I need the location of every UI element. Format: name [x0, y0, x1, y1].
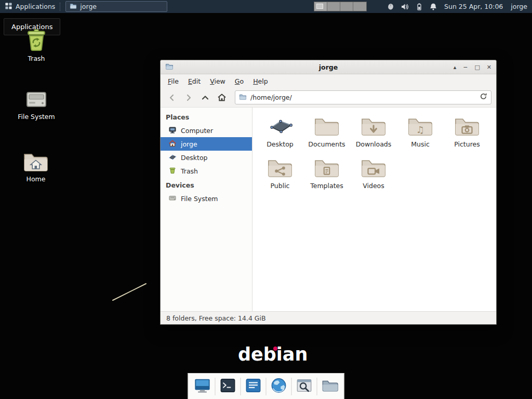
videos-folder-icon [360, 156, 387, 178]
battery-icon[interactable] [415, 3, 423, 11]
sidebar-item-computer[interactable]: Computer [161, 124, 252, 137]
folder-item-templates[interactable]: Templates [304, 156, 350, 190]
panel-separator [60, 3, 63, 11]
menu-edit[interactable]: Edit [183, 76, 205, 87]
sidebar-item-jorge[interactable]: jorge [161, 137, 252, 151]
applications-menu-button[interactable]: Applications [0, 0, 60, 13]
folder-item-documents[interactable]: Documents [304, 115, 350, 148]
close-button[interactable]: ✕ [487, 60, 491, 74]
file-manager-window: jorge ▴ − □ ✕ File Edit View Go Help [160, 60, 497, 325]
shade-button[interactable]: ▴ [454, 60, 457, 74]
desktop-icon-trash[interactable]: Trash [13, 28, 60, 62]
desktop: Applications jorge [0, 0, 532, 399]
debian-logo-dot [273, 347, 277, 351]
terminal-launcher[interactable] [217, 375, 240, 398]
home-button[interactable] [215, 91, 229, 104]
menu-view[interactable]: View [205, 76, 230, 87]
window-title: jorge [161, 63, 496, 71]
desktop-icon-file-system[interactable]: File System [13, 88, 60, 121]
sidebar-item-desktop[interactable]: Desktop [161, 151, 252, 164]
workspace-3[interactable] [340, 2, 353, 11]
pictures-folder-icon [454, 115, 481, 137]
menu-help[interactable]: Help [248, 76, 273, 87]
folder-item-downloads[interactable]: Downloads [351, 115, 396, 148]
workspace-1[interactable] [314, 2, 327, 11]
workspace-2[interactable] [327, 2, 340, 11]
notification-bell-icon[interactable] [429, 3, 437, 11]
documents-folder-icon [313, 115, 340, 137]
location-bar[interactable] [235, 90, 491, 104]
status-text: 8 folders, Free space: 14.4 GiB [166, 314, 266, 322]
trash-icon [13, 28, 60, 52]
sidebar-item-label: jorge [181, 140, 197, 148]
folder-item-music[interactable]: ♫ Music [397, 115, 443, 148]
panel-clock[interactable]: Sun 25 Apr, 10:06 [444, 3, 503, 10]
menu-go[interactable]: Go [230, 76, 248, 87]
minimize-button[interactable]: − [463, 60, 468, 74]
file-manager-launcher[interactable] [318, 375, 341, 398]
folder-grid: Desktop Documents [252, 108, 496, 190]
folder-label: Documents [308, 140, 345, 148]
back-button[interactable] [165, 91, 179, 104]
desktop-icon-label: Home [12, 175, 59, 183]
dock-separator [266, 378, 267, 395]
text-editor-launcher[interactable] [242, 375, 265, 398]
folder-label: Public [271, 182, 290, 190]
desktop-icon-label: File System [13, 113, 60, 121]
top-panel: Applications jorge [0, 0, 532, 13]
applications-icon [5, 2, 12, 11]
workspace-window-thumb [316, 4, 323, 9]
desktop-launcher[interactable] [191, 375, 214, 398]
volume-icon[interactable] [401, 3, 409, 11]
folder-item-videos[interactable]: Videos [351, 156, 396, 190]
places-header: Places [161, 110, 252, 124]
sidebar-item-file-system[interactable]: File System [161, 192, 252, 205]
folder-item-desktop[interactable]: Desktop [257, 115, 303, 148]
titlebar[interactable]: jorge ▴ − □ ✕ [161, 60, 496, 74]
dock-separator [317, 378, 317, 395]
folder-view[interactable]: Desktop Documents [252, 108, 496, 311]
trash-mini-icon [168, 166, 177, 176]
debian-logo: debian [238, 344, 308, 365]
devices-header: Devices [161, 178, 252, 192]
desktop-folder-icon [267, 115, 294, 137]
forward-button[interactable] [182, 91, 195, 104]
system-tray [387, 3, 437, 11]
taskbar-window-label: jorge [80, 3, 97, 10]
mouse-tray-icon[interactable] [387, 3, 395, 11]
reload-icon[interactable] [480, 92, 487, 102]
dock-separator [241, 378, 241, 395]
sidebar-item-label: Computer [181, 127, 213, 135]
drive-mini-icon [168, 194, 177, 204]
debian-logo-text: debian [238, 344, 308, 365]
workspace-4[interactable] [353, 2, 366, 11]
maximize-button[interactable]: □ [474, 60, 480, 74]
folder-label: Pictures [454, 140, 480, 148]
desktop-icon-label: Trash [13, 55, 60, 62]
text-editor-launcher-icon [245, 377, 262, 396]
app-finder-launcher[interactable] [293, 375, 316, 398]
dock-separator [291, 378, 292, 395]
sidebar-item-label: File System [181, 195, 218, 203]
window-body: Places Computer jorge [161, 108, 496, 311]
location-input[interactable] [250, 94, 476, 101]
sidebar-item-label: Trash [181, 167, 198, 175]
templates-folder-icon [313, 156, 340, 178]
web-browser-launcher[interactable] [268, 375, 290, 398]
file-manager-icon [70, 3, 77, 11]
applications-label: Applications [16, 3, 55, 10]
workspace-switcher [314, 2, 367, 11]
sidebar-item-trash[interactable]: Trash [161, 164, 252, 178]
taskbar-window-button[interactable]: jorge [65, 1, 167, 12]
folder-label: Videos [363, 182, 384, 190]
drive-icon [13, 88, 60, 110]
menu-file[interactable]: File [163, 76, 183, 87]
sidebar: Places Computer jorge [161, 108, 252, 311]
music-folder-icon: ♫ [407, 115, 434, 137]
desktop-artifact-line [109, 281, 151, 304]
dock-separator [215, 378, 216, 395]
desktop-icon-home[interactable]: Home [12, 151, 59, 183]
folder-item-public[interactable]: Public [257, 156, 303, 190]
up-button[interactable] [198, 91, 212, 104]
folder-item-pictures[interactable]: Pictures [444, 115, 490, 148]
